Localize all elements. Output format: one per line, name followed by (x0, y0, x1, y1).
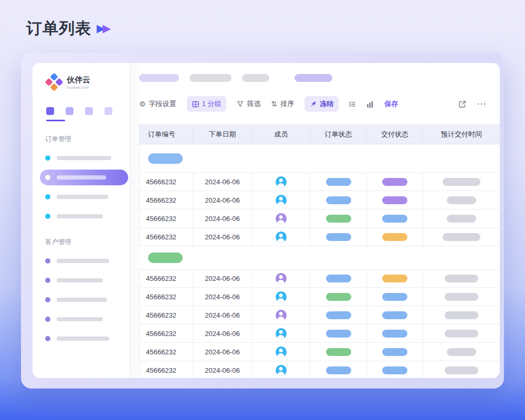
order-number-cell: 45666232 (140, 306, 193, 324)
item-label-placeholder (57, 214, 103, 218)
eta-cell (423, 209, 500, 227)
eta-cell (423, 270, 500, 287)
table-row[interactable]: 456662322024-06-06 (139, 288, 500, 306)
order-status-cell (310, 173, 367, 191)
funnel-icon (237, 101, 244, 108)
table-row[interactable]: 456662322024-06-06 (139, 306, 500, 324)
sidebar-item-active[interactable] (40, 170, 128, 185)
eta-placeholder-pill (445, 275, 478, 282)
share-button[interactable] (458, 100, 466, 108)
column-header[interactable]: 下单日期 (193, 125, 252, 144)
sidebar-item[interactable] (44, 189, 119, 205)
order-date-cell: 2024-06-06 (193, 324, 252, 342)
eta-placeholder-pill (445, 366, 478, 374)
sidebar-item[interactable] (44, 311, 119, 327)
eta-placeholder-pill (443, 178, 480, 186)
table-row[interactable]: 456662322024-06-06 (139, 324, 500, 343)
eta-cell (423, 191, 500, 209)
member-cell (252, 270, 310, 287)
group-header-row[interactable] (139, 246, 500, 269)
order-number-cell: 45666232 (140, 324, 193, 342)
app-logo: 伙伴云 huoban.com (44, 76, 119, 89)
bar-chart-icon (366, 101, 374, 108)
item-dot-icon (45, 194, 50, 200)
table-row[interactable]: 456662322024-06-06 (139, 228, 500, 246)
order-number-cell: 45666232 (140, 361, 193, 378)
table-row[interactable]: 456662322024-06-06 (139, 191, 500, 209)
member-cell (252, 324, 310, 342)
delivery-status-cell (367, 173, 423, 191)
filter-button[interactable]: 筛选 (237, 99, 260, 109)
field-settings-button[interactable]: ⚙ 字段设置 (139, 99, 176, 109)
order-status-pill (326, 215, 351, 223)
order-date-cell: 2024-06-06 (193, 209, 252, 227)
logo-icon (45, 73, 64, 92)
item-dot-icon (45, 336, 50, 341)
eta-cell (423, 173, 500, 191)
item-label-placeholder (57, 195, 108, 199)
sidebar-item[interactable] (44, 208, 119, 224)
table-grid-icon (192, 101, 199, 108)
table-row[interactable]: 456662322024-06-06 (139, 269, 500, 288)
order-status-cell (310, 361, 367, 378)
workspace-tab[interactable] (85, 107, 93, 115)
workspace-tab-active[interactable] (46, 107, 54, 115)
workspace-tab[interactable] (66, 107, 74, 115)
eta-cell (423, 343, 500, 361)
group-button[interactable]: 1 分组 (187, 96, 227, 112)
group-value-pill (148, 253, 183, 263)
order-status-cell (310, 270, 367, 287)
group-header-row[interactable] (139, 144, 500, 173)
row-height-button[interactable] (349, 101, 356, 108)
member-avatar-icon (276, 213, 287, 224)
field-settings-label: 字段设置 (149, 99, 176, 109)
column-header[interactable]: 交付状态 (367, 125, 423, 144)
order-date-cell: 2024-06-06 (193, 288, 252, 306)
title-arrows-icon: ▶ ▶ (97, 23, 111, 34)
order-status-pill (326, 275, 351, 282)
column-header[interactable]: 预计交付时间 (423, 125, 500, 144)
table-row[interactable]: 456662322024-06-06 (139, 173, 500, 191)
item-dot-icon (45, 175, 50, 180)
chart-button[interactable] (366, 101, 374, 108)
order-date-cell: 2024-06-06 (193, 306, 252, 324)
eta-placeholder-pill (445, 311, 478, 319)
sidebar-item[interactable] (44, 150, 119, 166)
sidebar-item[interactable] (44, 253, 119, 269)
sort-button[interactable]: ⇅ 排序 (271, 99, 294, 109)
eta-cell (423, 306, 500, 324)
sidebar: 伙伴云 huoban.com 订单管理 (33, 63, 130, 378)
column-header[interactable]: 订单编号 (140, 125, 193, 144)
order-status-pill (326, 330, 351, 338)
eta-placeholder-pill (447, 348, 476, 356)
order-status-cell (310, 228, 367, 246)
column-header[interactable]: 成员 (252, 125, 310, 144)
placeholder-pill (139, 74, 179, 82)
item-dot-icon (45, 317, 50, 322)
table-row[interactable]: 456662322024-06-06 (139, 343, 500, 361)
delivery-status-pill (382, 233, 407, 241)
sidebar-item[interactable] (44, 272, 119, 288)
eta-cell (423, 228, 500, 246)
gear-icon: ⚙ (139, 100, 146, 108)
member-cell (252, 288, 310, 306)
workspace-tab[interactable] (104, 107, 112, 115)
order-number-cell: 45666232 (140, 228, 193, 246)
table-row[interactable]: 456662322024-06-06 (139, 209, 500, 228)
sidebar-item[interactable] (44, 331, 119, 346)
order-status-cell (310, 191, 367, 209)
item-label-placeholder (57, 317, 103, 321)
sidebar-item[interactable] (44, 292, 119, 308)
member-avatar-icon (276, 365, 287, 376)
freeze-button[interactable]: 冻结 (304, 96, 339, 112)
save-button[interactable]: 保存 (384, 99, 398, 109)
page-title: 订单列表 (26, 18, 91, 39)
table-row[interactable]: 456662322024-06-06 (139, 361, 500, 378)
more-button[interactable]: ⋯ (477, 98, 486, 110)
column-header[interactable]: 订单状态 (310, 125, 367, 144)
item-label-placeholder (57, 298, 107, 302)
eta-cell (423, 324, 500, 342)
order-status-pill (326, 366, 351, 374)
delivery-status-pill (382, 348, 407, 356)
order-date-cell: 2024-06-06 (193, 270, 252, 287)
